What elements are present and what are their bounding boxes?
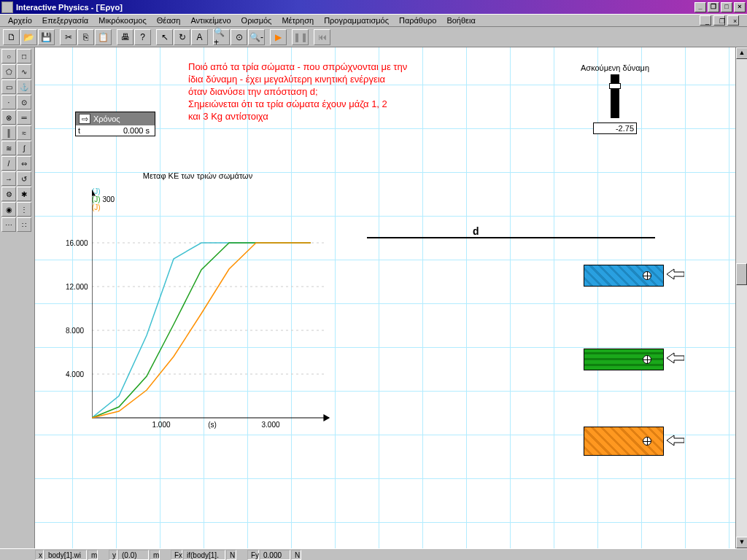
- ke-chart[interactable]: Μεταφ ΚΕ των τριών σωμάτων (J) (J) 300 (…: [63, 171, 333, 441]
- svg-marker-8: [667, 269, 684, 279]
- cut-button[interactable]: ✂: [60, 29, 77, 45]
- scroll-down-button[interactable]: ▼: [736, 537, 747, 548]
- force-arrow-body-3[interactable]: [667, 434, 684, 447]
- ytick-16: 16.000: [66, 239, 88, 247]
- status-fy-value: 0.000: [260, 550, 290, 560]
- center-of-mass-icon: [643, 355, 651, 364]
- doc-restore-button[interactable]: ❐: [713, 15, 725, 26]
- menu-window[interactable]: Παράθυρο: [394, 15, 441, 26]
- new-button[interactable]: 🗋: [3, 29, 20, 45]
- print-button[interactable]: 🖶: [117, 29, 133, 45]
- motor-tool[interactable]: ⚙: [1, 187, 16, 201]
- menu-bar: Αρχείο Επεξεργασία Μικρόκοσμος Θέαση Αντ…: [0, 14, 747, 27]
- rect-tool[interactable]: ▭: [1, 79, 16, 94]
- open-button[interactable]: 📂: [20, 29, 37, 45]
- scroll-up-button[interactable]: ▲: [736, 47, 747, 59]
- force-slider-thumb[interactable]: [609, 83, 621, 89]
- title-bar: Interactive Physics - [Έργο] _ ❐ □ ×: [0, 0, 747, 14]
- doc-close-button[interactable]: ×: [727, 15, 739, 26]
- ytick-4: 4.000: [66, 370, 84, 378]
- force-arrow-body-2[interactable]: [667, 351, 684, 365]
- status-x-unit: m: [88, 550, 98, 560]
- text-tool[interactable]: A: [191, 29, 208, 45]
- force-control: Ασκούμενη δύναμη -2.75: [575, 63, 655, 134]
- body-3[interactable]: [584, 427, 664, 456]
- point-tool[interactable]: ·: [1, 95, 16, 109]
- polygon-tool[interactable]: ⬠: [1, 64, 16, 79]
- force-arrow-body-1[interactable]: [667, 268, 684, 281]
- circle-tool[interactable]: ○: [1, 49, 16, 63]
- menu-measure[interactable]: Μέτρηση: [276, 15, 319, 26]
- chart-title: Μεταφ ΚΕ των τριών σωμάτων: [63, 171, 333, 180]
- window-title: Interactive Physics - [Έργο]: [16, 3, 123, 12]
- scroll-thumb[interactable]: [736, 263, 747, 285]
- pause-button[interactable]: ❚❚: [292, 29, 309, 45]
- force-label: Ασκούμενη δύναμη: [575, 63, 655, 72]
- pin-tool[interactable]: ⊙: [17, 95, 31, 109]
- curve-tool[interactable]: ∿: [17, 64, 31, 79]
- svg-marker-7: [92, 190, 95, 195]
- rope-tool[interactable]: ∫: [17, 141, 31, 155]
- slot-tool[interactable]: ═: [17, 110, 31, 125]
- time-expand-icon[interactable]: ⇨: [79, 114, 90, 124]
- force-value[interactable]: -2.75: [593, 122, 637, 134]
- distance-line: [367, 237, 655, 238]
- paste-button[interactable]: 📋: [95, 29, 112, 45]
- misc-tool-2[interactable]: ⋯: [1, 217, 16, 232]
- damper-tool[interactable]: ≋: [1, 141, 16, 155]
- body-1[interactable]: [584, 265, 664, 287]
- menu-script[interactable]: Προγραμματισμός: [319, 15, 394, 26]
- svg-marker-10: [667, 435, 684, 446]
- save-button[interactable]: 💾: [38, 29, 55, 45]
- time-var: t: [78, 126, 85, 135]
- menu-object[interactable]: Αντικείμενο: [185, 15, 236, 26]
- zoom-out-button[interactable]: 🔍-: [248, 29, 265, 45]
- actuator-tool[interactable]: ⇔: [17, 156, 31, 171]
- close-button[interactable]: ×: [734, 2, 746, 12]
- time-meter[interactable]: ⇨ Χρόνος t 0.000 s: [75, 112, 155, 136]
- maximize-button[interactable]: □: [721, 2, 732, 12]
- pulley-tool[interactable]: ◉: [1, 202, 16, 217]
- copy-button[interactable]: ⎘: [77, 29, 94, 45]
- restore-button[interactable]: ❐: [708, 2, 719, 12]
- misc-tool-3[interactable]: ∷: [17, 217, 31, 232]
- center-of-mass-icon: [643, 271, 651, 280]
- doc-minimize-button[interactable]: _: [700, 15, 711, 26]
- tool-palette: ○ □ ⬠ ∿ ▭ ⚓ · ⊙ ⊗ ═ ║ ≈ ≋ ∫ / ⇔ → ↺ ⚙ ✱ …: [0, 47, 35, 548]
- zoom-fit-button[interactable]: ⊙: [231, 29, 247, 45]
- status-x-value: body[1].wi: [44, 550, 87, 560]
- rotate-tool[interactable]: ↻: [174, 29, 190, 45]
- menu-view[interactable]: Θέαση: [152, 15, 186, 26]
- square-tool[interactable]: □: [17, 49, 31, 63]
- menu-define[interactable]: Ορισμός: [236, 15, 277, 26]
- torque-tool[interactable]: ↺: [17, 171, 31, 186]
- scroll-track[interactable]: [736, 59, 747, 537]
- body-2[interactable]: [584, 349, 664, 370]
- problem-text: Ποιό από τα τρία σώματα - που σπρώχνοντα…: [188, 61, 458, 122]
- joint-tool[interactable]: ⊗: [1, 110, 16, 125]
- center-of-mass-icon: [643, 437, 651, 446]
- force-tool[interactable]: →: [1, 171, 16, 186]
- menu-file[interactable]: Αρχείο: [3, 15, 37, 26]
- zoom-in-button[interactable]: 🔍+: [213, 29, 230, 45]
- help-button[interactable]: ?: [134, 29, 151, 45]
- rod-tool[interactable]: /: [1, 156, 16, 171]
- menu-help[interactable]: Βοήθεια: [441, 15, 480, 26]
- reset-button[interactable]: ⏮: [314, 29, 330, 45]
- menu-world[interactable]: Μικρόκοσμος: [93, 15, 152, 26]
- vertical-scrollbar[interactable]: ▲ ▼: [735, 47, 747, 548]
- run-button[interactable]: ▶: [270, 29, 287, 45]
- chart-plot: [92, 184, 340, 425]
- status-y-value: (0.0): [118, 550, 149, 560]
- minimize-button[interactable]: _: [694, 2, 706, 12]
- anchor-tool[interactable]: ⚓: [17, 79, 31, 94]
- gear-tool[interactable]: ✱: [17, 187, 31, 201]
- vslot-tool[interactable]: ║: [1, 125, 16, 140]
- arrow-tool[interactable]: ↖: [156, 29, 173, 45]
- menu-edit[interactable]: Επεξεργασία: [37, 15, 93, 26]
- status-bar: x body[1].wi m y (0.0) m Fx if(body[1]. …: [0, 548, 747, 560]
- canvas[interactable]: Ποιό από τα τρία σώματα - που σπρώχνοντα…: [35, 47, 735, 548]
- force-slider[interactable]: [611, 74, 619, 118]
- spring-tool[interactable]: ≈: [17, 125, 31, 140]
- misc-tool-1[interactable]: ⋮: [17, 202, 31, 217]
